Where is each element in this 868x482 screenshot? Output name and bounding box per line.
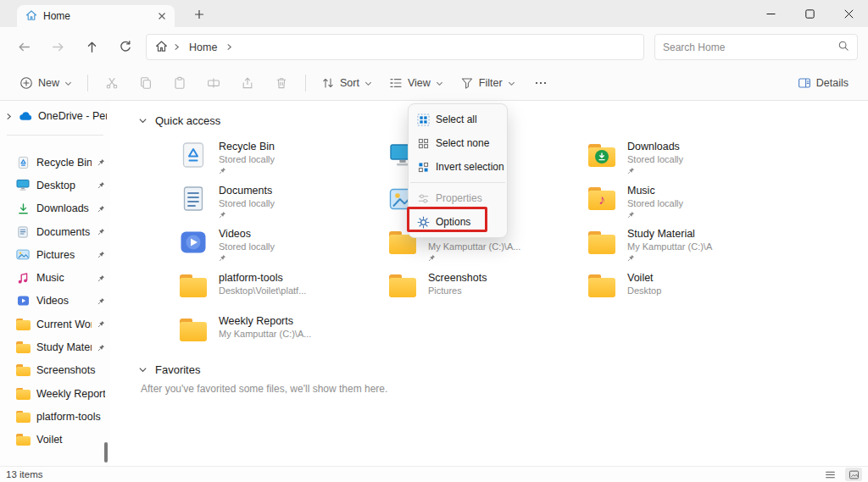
tile-subtitle: Desktop\Voilet\platf... — [219, 285, 306, 296]
desktop-icon — [15, 179, 31, 191]
pin-icon — [97, 228, 105, 235]
tile-subtitle: My Kamputtar (C:)\A... — [428, 241, 520, 252]
details-button[interactable]: Details — [790, 69, 856, 97]
folder-icon — [15, 411, 31, 423]
sidebar-item-label: Videos — [36, 295, 92, 307]
folder-icon — [15, 388, 31, 400]
tab-home[interactable]: Home — [17, 5, 175, 27]
videos-icon — [178, 227, 209, 258]
thumbnail-view-toggle-icon[interactable] — [845, 468, 862, 481]
breadcrumb[interactable]: Home — [146, 34, 644, 60]
sidebar-item-label: platform-tools — [36, 411, 105, 423]
tile-study-material[interactable]: Study Material My Kamputtar (C:)\A — [587, 225, 798, 269]
tile-documents[interactable]: Documents Stored locally — [178, 182, 387, 226]
pin-icon — [219, 253, 275, 263]
menu-item-invert-selection[interactable]: Invert selection — [409, 155, 507, 179]
tile-music[interactable]: ♪ Music Stored locally — [587, 182, 798, 226]
filter-label: Filter — [479, 77, 503, 89]
tile-platform-tools[interactable]: platform-tools Desktop\Voilet\platf... — [178, 269, 387, 313]
sidebar-item-onedrive[interactable]: OneDrive - Pers — [0, 104, 110, 128]
favorites-empty-text: After you've favorited some files, we'll… — [141, 383, 387, 395]
chevron-down-icon — [508, 80, 515, 87]
tile-screenshots[interactable]: Screenshots Pictures — [387, 269, 587, 313]
tab-close-icon[interactable] — [154, 8, 170, 24]
chevron-down-icon[interactable] — [138, 365, 147, 374]
forward-button[interactable] — [42, 32, 73, 61]
sidebar-item-label: OneDrive - Pers — [38, 110, 107, 122]
toolbar-separator — [305, 75, 306, 91]
rename-button[interactable] — [198, 69, 230, 97]
up-button[interactable] — [76, 32, 107, 61]
maximize-button[interactable] — [790, 0, 829, 27]
paste-button[interactable] — [164, 69, 196, 97]
pin-icon — [97, 274, 105, 282]
tile-weekly-reports[interactable]: Weekly Reports My Kamputtar (C:)\A... — [178, 313, 387, 357]
search-input[interactable] — [663, 42, 832, 53]
sidebar-item-label: Downloads — [36, 202, 92, 214]
filter-button[interactable]: Filter — [453, 69, 523, 97]
see-more-menu: Select all Select none Invert selection … — [408, 103, 508, 238]
chevron-down-icon[interactable] — [138, 116, 147, 125]
menu-item-options[interactable]: Options — [409, 210, 507, 234]
pin-icon — [97, 297, 105, 305]
sidebar-item-study-material[interactable]: Study Materi — [0, 335, 110, 358]
chevron-right-icon — [173, 42, 181, 53]
breadcrumb-home[interactable]: Home — [186, 40, 220, 55]
sidebar-item-desktop[interactable]: Desktop — [0, 174, 110, 197]
sidebar-item-videos[interactable]: Videos — [0, 290, 110, 313]
title-bar: Home — [0, 0, 868, 27]
cut-button[interactable] — [96, 69, 128, 97]
menu-item-select-all[interactable]: Select all — [409, 108, 507, 131]
sidebar-item-recycle-bin[interactable]: Recycle Bin — [0, 151, 110, 174]
tile-name: Study Material — [627, 227, 712, 241]
close-button[interactable] — [829, 0, 868, 27]
tile-voilet[interactable]: Voilet Desktop — [587, 269, 798, 313]
quick-access-header[interactable]: Quick access — [138, 114, 220, 127]
navigation-pane: OneDrive - Pers Recycle Bin Desktop — [0, 101, 110, 466]
tile-downloads[interactable]: Downloads Stored locally — [587, 138, 798, 182]
sidebar-item-voilet[interactable]: Voilet — [0, 429, 110, 452]
see-more-button[interactable] — [525, 69, 557, 97]
search-icon[interactable] — [837, 40, 849, 55]
sidebar-scrollbar[interactable] — [104, 442, 108, 463]
sidebar-item-label: Current Worl — [36, 319, 92, 330]
sidebar-item-weekly-reports[interactable]: Weekly Reports — [0, 382, 110, 405]
menu-item-label: Invert selection — [436, 161, 504, 173]
new-label: New — [38, 77, 59, 89]
sidebar-item-platform-tools[interactable]: platform-tools — [0, 405, 110, 428]
menu-item-select-none[interactable]: Select none — [409, 131, 507, 155]
invert-selection-icon — [416, 161, 430, 174]
pin-icon — [97, 205, 105, 213]
refresh-button[interactable] — [110, 32, 141, 61]
tile-name: Documents — [219, 184, 275, 197]
tile-recycle-bin[interactable]: Recycle Bin Stored locally — [178, 138, 387, 182]
sidebar-item-screenshots[interactable]: Screenshots — [0, 359, 110, 382]
menu-item-properties: Properties — [409, 186, 507, 210]
pin-icon — [97, 320, 105, 328]
new-button[interactable]: New — [12, 69, 80, 97]
new-tab-button[interactable] — [190, 6, 209, 23]
favorites-header[interactable]: Favorites — [138, 363, 200, 376]
sidebar-item-current-work[interactable]: Current Worl — [0, 313, 110, 335]
details-view-toggle-icon[interactable] — [821, 468, 838, 481]
tile-videos[interactable]: Videos Stored locally — [178, 225, 387, 269]
view-label: View — [408, 77, 431, 89]
pin-icon — [97, 344, 105, 352]
tile-subtitle: Stored locally — [219, 241, 275, 252]
view-button[interactable]: View — [381, 69, 451, 97]
sidebar-item-pictures[interactable]: Pictures — [0, 243, 110, 266]
toolbar-separator — [87, 75, 88, 91]
share-button[interactable] — [231, 69, 264, 97]
back-button[interactable] — [8, 32, 39, 61]
sidebar-item-documents[interactable]: Documents — [0, 220, 110, 243]
menu-item-label: Select none — [436, 137, 489, 149]
sidebar-item-music[interactable]: Music — [0, 266, 110, 289]
sort-button[interactable]: Sort — [314, 69, 380, 97]
chevron-down-icon — [64, 80, 72, 87]
copy-button[interactable] — [130, 69, 162, 97]
sidebar-item-label: Documents — [36, 226, 92, 238]
home-icon[interactable] — [155, 40, 168, 55]
delete-button[interactable] — [265, 69, 298, 97]
minimize-button[interactable] — [751, 0, 790, 27]
sidebar-item-downloads[interactable]: Downloads — [0, 197, 110, 220]
